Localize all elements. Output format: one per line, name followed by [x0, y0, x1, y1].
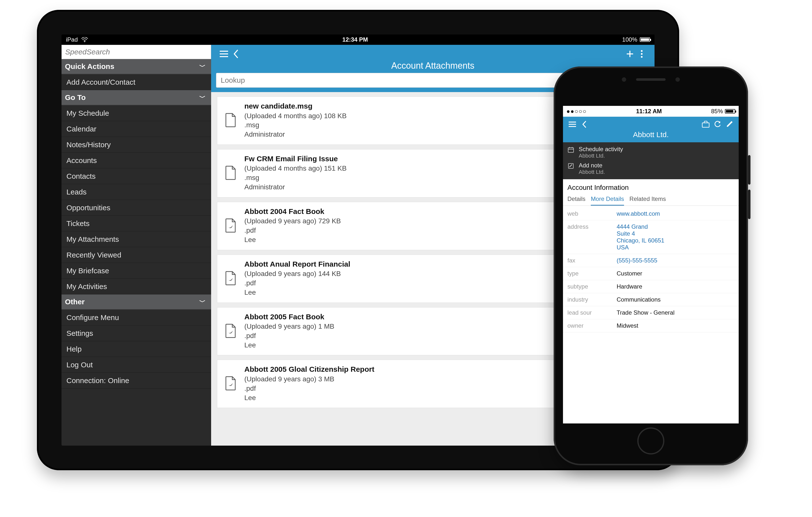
iphone-device-frame: ●●○○○ 11:12 AM 85% [554, 66, 748, 465]
sidebar-item[interactable]: Log Out [61, 357, 211, 373]
speedsearch-input[interactable] [65, 48, 207, 56]
battery-text: 100% [622, 36, 637, 43]
svg-point-0 [84, 41, 85, 42]
add-button[interactable] [624, 48, 636, 60]
edit-icon[interactable] [723, 118, 735, 130]
calendar-icon [567, 146, 575, 153]
detail-row[interactable]: address4444 GrandSuite 4Chicago, IL 6065… [563, 220, 739, 254]
attachment-user: Lee [244, 235, 341, 244]
detail-row[interactable]: fax(555)-555-5555 [563, 254, 739, 267]
sidebar-item[interactable]: Opportunities [61, 200, 211, 216]
battery-icon [725, 109, 735, 113]
attachment-title: Abbott 2005 Gloal Citizenship Report [244, 364, 374, 375]
back-button[interactable] [578, 118, 590, 130]
detail-row: lead sourTrade Show - General [563, 306, 739, 319]
menu-button[interactable] [218, 48, 230, 60]
sidebar-item[interactable]: Help [61, 341, 211, 357]
detail-row[interactable]: webwww.abbott.com [563, 207, 739, 220]
svg-point-7 [641, 53, 643, 55]
svg-point-8 [641, 56, 643, 58]
sidebar-item[interactable]: Connection: Online [61, 373, 211, 388]
attachment-body: new candidate.msg(Uploaded 4 months ago)… [244, 101, 347, 139]
detail-value: Communications [617, 296, 661, 303]
menu-button[interactable] [567, 118, 578, 130]
svg-point-6 [641, 50, 643, 52]
sidebar-item[interactable]: Tickets [61, 216, 211, 232]
pdf-file-icon [223, 207, 238, 244]
sidebar-item[interactable]: Settings [61, 325, 211, 341]
device-label: iPad [66, 36, 78, 43]
file-icon [223, 154, 238, 192]
sidebar-item[interactable]: My Schedule [61, 105, 211, 121]
tab[interactable]: Details [568, 195, 585, 206]
refresh-icon[interactable] [712, 118, 723, 130]
wifi-icon [81, 37, 88, 42]
detail-label: web [568, 210, 617, 217]
sidebar-item[interactable]: Accounts [61, 153, 211, 168]
sidebar-item[interactable]: Notes/History [61, 137, 211, 153]
sidebar-item[interactable]: My Briefcase [61, 263, 211, 279]
detail-label: type [568, 270, 617, 277]
iphone-earpiece [554, 76, 748, 83]
quick-action-secondary: Abbott Ltd. [579, 169, 605, 175]
attachment-body: Fw CRM Email Filing Issue(Uploaded 4 mon… [244, 154, 347, 192]
sidebar-item[interactable]: Recently Viewed [61, 247, 211, 263]
detail-value: Trade Show - General [617, 309, 674, 316]
sidebar-item[interactable]: Configure Menu [61, 310, 211, 325]
page-title: Abbott Ltd. [567, 131, 735, 140]
svg-rect-9 [569, 121, 576, 123]
detail-row: ownerMidwest [563, 319, 739, 332]
svg-rect-1 [220, 51, 228, 52]
speedsearch-field[interactable] [61, 45, 211, 59]
sidebar-item[interactable]: Calendar [61, 121, 211, 137]
status-time: 12:34 PM [88, 36, 622, 43]
attachment-meta: (Uploaded 4 months ago) 151 KB [244, 164, 347, 173]
detail-label: fax [568, 257, 617, 264]
detail-value: 4444 GrandSuite 4Chicago, IL 60651USA [617, 223, 664, 251]
quick-action[interactable]: Schedule activityAbbott Ltd. [567, 144, 735, 161]
volume-down-button [748, 190, 751, 219]
detail-value: (555)-555-5555 [617, 257, 657, 264]
detail-label: owner [568, 322, 617, 329]
sidebar-section-quick-actions[interactable]: Quick Actions ﹀ [61, 59, 211, 74]
sidebar-section-other[interactable]: Other ﹀ [61, 295, 211, 310]
detail-value: Hardware [617, 283, 642, 290]
tab[interactable]: Related Items [630, 195, 666, 206]
back-button[interactable] [230, 48, 242, 60]
svg-rect-11 [569, 126, 576, 127]
sidebar-item[interactable]: Contacts [61, 168, 211, 184]
svg-rect-2 [220, 53, 228, 54]
volume-up-button [748, 155, 751, 185]
detail-value: www.abbott.com [617, 210, 660, 217]
file-icon [223, 101, 238, 139]
sidebar-item[interactable]: My Activities [61, 279, 211, 295]
note-icon [567, 162, 575, 169]
status-time: 11:12 AM [587, 108, 711, 115]
detail-value: Midwest [617, 322, 638, 329]
quick-action[interactable]: Add noteAbbott Ltd. [567, 161, 735, 177]
quick-actions-panel: Schedule activityAbbott Ltd.Add noteAbbo… [563, 142, 739, 179]
attachment-user: Lee [244, 288, 350, 297]
briefcase-icon[interactable] [700, 118, 712, 130]
iphone-header: Abbott Ltd. [563, 117, 739, 142]
battery-icon [640, 37, 650, 42]
sidebar-section-go-to[interactable]: Go To ﹀ [61, 90, 211, 105]
sidebar-item[interactable]: My Attachments [61, 232, 211, 247]
attachment-meta: (Uploaded 9 years ago) 1 MB [244, 322, 335, 331]
detail-label: industry [568, 296, 617, 303]
attachment-ext: .pdf [244, 278, 350, 288]
attachment-body: Abbott 2005 Gloal Citizenship Report(Upl… [244, 364, 374, 402]
attachment-ext: .msg [244, 173, 347, 183]
iphone-screen: ●●○○○ 11:12 AM 85% [563, 106, 739, 424]
overflow-button[interactable] [636, 48, 648, 60]
quick-action-primary: Schedule activity [579, 146, 623, 153]
sidebar-item[interactable]: Leads [61, 184, 211, 200]
ipad-status-bar: iPad 12:34 PM 100% [61, 34, 655, 45]
tab[interactable]: More Details [591, 195, 624, 206]
attachment-user: Administrator [244, 130, 347, 139]
home-button[interactable] [637, 427, 664, 455]
sidebar-item[interactable]: Add Account/Contact [61, 74, 211, 90]
signal-icon: ●●○○○ [567, 108, 587, 115]
attachment-user: Lee [244, 393, 374, 403]
attachment-meta: (Uploaded 9 years ago) 3 MB [244, 375, 374, 384]
